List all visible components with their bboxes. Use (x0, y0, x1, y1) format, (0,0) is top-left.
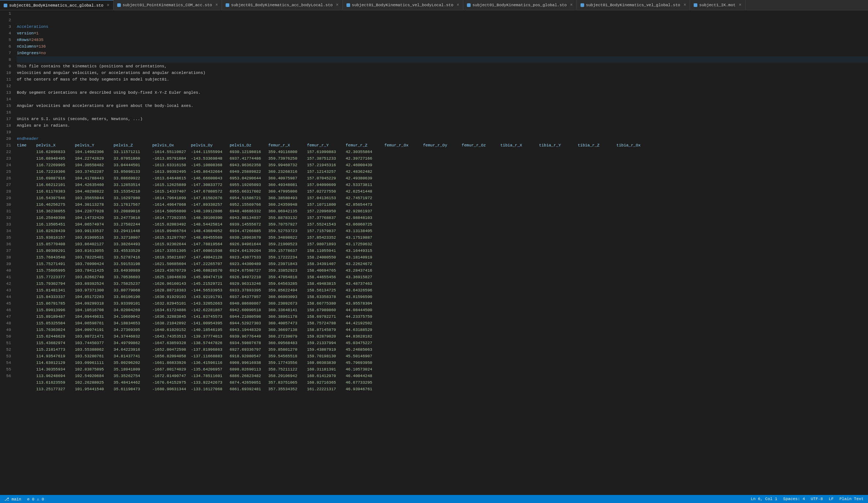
line-item: inDegrees=no (17, 50, 868, 56)
line-number: 17 (0, 116, 11, 122)
tab-label-7: subject1_IK.mot (699, 3, 735, 7)
line-number: 23 (0, 155, 11, 162)
status-line-col: Ln 6, Col 1 (751, 497, 778, 501)
tab-icon-6 (580, 3, 584, 7)
line-number: 4 (0, 30, 11, 37)
line-number: 39 (0, 261, 11, 267)
line-item: 116.46256275 104.30113278 33.17617567 -1… (17, 201, 868, 208)
tab-close-4[interactable]: × (457, 3, 459, 8)
line-number: 52 (0, 346, 11, 353)
line-item: This file contains the kinematics (posit… (17, 63, 868, 70)
line-item: time pelvis_X pelvis_Y pelvis_Z pelvis_O… (17, 142, 868, 149)
line-number: 32 (0, 215, 11, 221)
status-type: Plain Text (839, 497, 864, 501)
line-item: version=1 (17, 30, 868, 37)
tab-close-3[interactable]: × (336, 3, 338, 8)
tab-4[interactable]: subject01_BodyKinematics_vel_bodyLocal.s… (343, 0, 463, 10)
line-item: Accelerations (17, 23, 868, 30)
line-item: 115.85770408 103.86402127 33.38264493 -1… (17, 241, 868, 247)
tab-label-2: subject01_PointKinematics_COM_acc.sto (123, 3, 212, 7)
line-item: 116.68948495 104.22742829 33.07051860 -1… (17, 155, 868, 162)
tab-icon-2 (117, 3, 121, 7)
line-number: 46 (0, 307, 11, 313)
tab-7[interactable]: subject1_IK.mot × (690, 0, 745, 10)
line-number: 56 (0, 373, 11, 379)
line-item: 116.02628439 103.99133537 33.29411448 -1… (17, 228, 868, 234)
line-number: 11 (0, 76, 11, 83)
line-item: 113.61623559 102.26288025 35.48414462 -1… (17, 379, 868, 386)
tab-close-6[interactable]: × (683, 3, 686, 8)
line-item: 115.89189487 104.09449631 34.10669042 -1… (17, 313, 868, 320)
line-number: 6 (0, 43, 11, 50)
line-item: 115.79302794 103.89392524 33.75825237 -1… (17, 280, 868, 287)
line-number: 18 (0, 122, 11, 129)
line-item: 115.93016157 103.91909516 33.32710907 -1… (17, 234, 868, 241)
tab-3[interactable]: subject01_BodyKinematics_acc_bodyLocal.s… (222, 0, 342, 10)
line-number: 10 (0, 70, 11, 76)
line-item: endheader (17, 135, 868, 142)
line-item: 115.76363024 104.00974191 34.27369395 -1… (17, 327, 868, 333)
line-number: 34 (0, 228, 11, 234)
line-number: 47 (0, 313, 11, 320)
line-number: 24 (0, 162, 11, 168)
line-number: 48 (0, 320, 11, 327)
line-number: 49 (0, 327, 11, 333)
line-number: 35 (0, 234, 11, 241)
line-number: 54 (0, 359, 11, 366)
tab-close-2[interactable]: × (215, 3, 218, 8)
line-number: 26 (0, 175, 11, 182)
status-bar: ⎇ main ⊘ 0 ⚠ 0 Ln 6, Col 1 Spaces: 4 UTF… (0, 495, 868, 503)
tab-5[interactable]: subject01_BodyKinematics_pos_global.sto … (463, 0, 577, 10)
tab-label-6: subject01_BodyKinematics_vel_global.sto (586, 3, 680, 7)
tab-icon-1 (4, 4, 7, 7)
tab-active[interactable]: subject01_BodyKinematics_acc_global.sto … (0, 0, 114, 10)
status-spaces: Spaces: 4 (783, 497, 805, 501)
line-number: 22 (0, 149, 11, 155)
editor-content[interactable]: Accelerationsversion=1nRows=24835nColumn… (14, 10, 868, 495)
line-item: 113.25177327 101.95441540 35.61198473 -1… (17, 386, 868, 392)
line-item: 116.72269905 104.30558482 33.04444501 -1… (17, 162, 868, 168)
tab-label-4: subject01_BodyKinematics_vel_bodyLocal.s… (352, 3, 453, 7)
line-item: 116.25040398 104.14732420 33.24773618 -1… (17, 215, 868, 221)
line-item (17, 56, 868, 63)
tab-close-7[interactable]: × (739, 3, 741, 8)
line-item: 115.84333337 104.05172283 33.86106190 -1… (17, 294, 868, 300)
line-item: Units are S.I. units (seconds, meters, N… (17, 116, 868, 122)
line-item: 115.75605995 103.78411425 33.64930989 -1… (17, 267, 868, 274)
tab-icon-3 (226, 3, 229, 7)
line-number: 25 (0, 168, 11, 175)
line-number: 28 (0, 188, 11, 195)
line-number: 27 (0, 182, 11, 188)
line-item (17, 83, 868, 89)
line-number: 19 (0, 129, 11, 135)
line-item: 114.93547619 103.53280761 34.81437741 -1… (17, 353, 868, 359)
line-number: 29 (0, 195, 11, 201)
tab-close-5[interactable]: × (570, 3, 572, 8)
line-number: 9 (0, 63, 11, 70)
line-item: 115.43682974 103.74450377 34.49799862 -1… (17, 340, 868, 346)
line-number: 43 (0, 287, 11, 294)
line-number: 3 (0, 23, 11, 30)
line-item: velocities and angular velocities, or ac… (17, 70, 868, 76)
line-number: 2 (0, 17, 11, 23)
line-number: 36 (0, 241, 11, 247)
line-number: 55 (0, 366, 11, 373)
line-item: Angles are in radians. (17, 122, 868, 129)
line-item: nColumns=136 (17, 43, 868, 50)
tab-2[interactable]: subject01_PointKinematics_COM_acc.sto × (114, 0, 222, 10)
tab-label-1: subject01_BodyKinematics_acc_global.sto (9, 3, 103, 8)
status-errors: ⊘ 0 ⚠ 0 (27, 497, 44, 502)
line-number: 1 (0, 10, 11, 17)
line-item: of the centers of mass of the body segme… (17, 76, 868, 83)
tab-close-1[interactable]: × (107, 3, 109, 8)
status-git: ⎇ main (4, 497, 21, 502)
line-item: 113.96248694 102.54920684 35.35262754 -1… (17, 373, 868, 379)
line-item: 116.61178383 104.40298822 33.15354210 -1… (17, 188, 868, 195)
line-number: 38 (0, 254, 11, 261)
line-number: 5 (0, 37, 11, 43)
tab-6[interactable]: subject01_BodyKinematics_vel_global.sto … (577, 0, 690, 10)
line-number: 14 (0, 96, 11, 103)
line-number: 51 (0, 340, 11, 346)
tab-icon-4 (346, 3, 350, 7)
line-item: 115.21014773 103.55388062 34.64223916 -1… (17, 346, 868, 353)
